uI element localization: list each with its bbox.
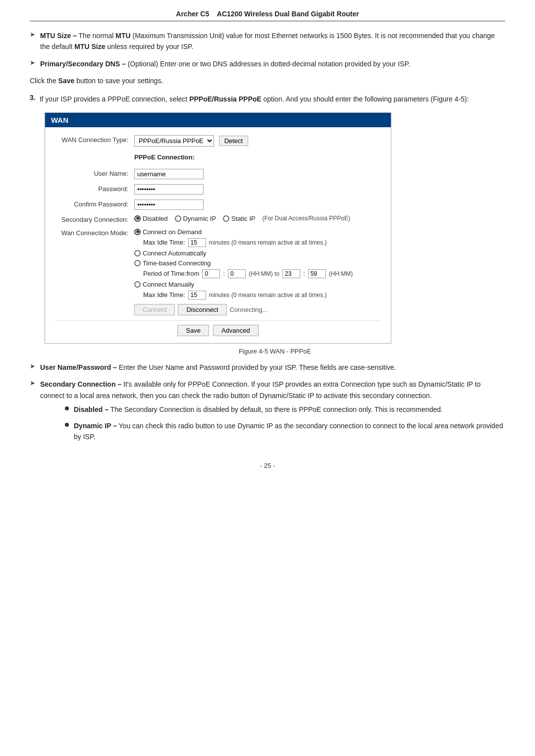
radio-manual-icon — [134, 281, 141, 288]
mode-options: Connect on Demand Max Idle Time: minutes… — [134, 228, 381, 315]
mode-manual-sub: Max Idle Time: minutes (0 means remain a… — [134, 291, 381, 300]
password-row: Password: — [55, 184, 381, 195]
time-to-min[interactable] — [308, 269, 326, 278]
secondary-connection-label: Secondary Connection: — [55, 215, 134, 223]
arrow-icon-dns: ➤ — [30, 59, 35, 66]
radio-static-icon — [223, 215, 229, 222]
disconnect-button[interactable]: Disconnect — [178, 304, 226, 315]
wan-connection-type-row: WAN Connection Type: PPPoE/Russia PPPoE … — [55, 135, 381, 147]
confirm-password-value — [134, 200, 381, 210]
mtu-text: MTU Size – The normal MTU (Maximum Trans… — [40, 30, 505, 52]
model-name: Archer C5 — [176, 10, 209, 18]
mode-manual-label: Connect Manually — [143, 281, 194, 288]
arrow-icon-mtu: ➤ — [30, 31, 35, 38]
userpass-text: User Name/Password – Enter the User Name… — [40, 362, 396, 373]
wan-bottom-buttons: Save Advanced — [55, 320, 381, 338]
page-number: - 25 - — [30, 462, 505, 469]
mode-demand-row: Connect on Demand — [134, 228, 381, 236]
page-header: Archer C5 AC1200 Wireless Dual Band Giga… — [30, 10, 505, 21]
password-label: Password: — [55, 184, 134, 193]
wan-body: WAN Connection Type: PPPoE/Russia PPPoE … — [45, 127, 391, 343]
secondary-static-label: Static IP — [231, 215, 255, 222]
save-button[interactable]: Save — [177, 325, 209, 336]
max-idle-input-2[interactable] — [188, 291, 206, 300]
colon-1: : — [223, 270, 225, 277]
dns-text: Primary/Secondary DNS – (Optional) Enter… — [40, 58, 410, 69]
max-idle-label-1: Max Idle Time: — [143, 239, 185, 246]
confirm-password-input[interactable] — [134, 200, 204, 210]
colon-2: : — [303, 270, 305, 277]
wan-type-select[interactable]: PPPoE/Russia PPPoE — [134, 135, 214, 147]
bullet-username-password: ➤ User Name/Password – Enter the User Na… — [30, 362, 505, 373]
mode-auto-option[interactable]: Connect Automatically — [134, 250, 207, 257]
pppoe-header-text: PPPoE Connection: — [134, 153, 381, 161]
secondary-static-option[interactable]: Static IP — [223, 215, 255, 222]
secondary-disabled-label: Disabled — [143, 215, 168, 222]
radio-auto-icon — [134, 250, 141, 256]
dot-icon-disabled — [65, 406, 69, 410]
wan-mode-row: Wan Connection Mode: Connect on Demand M… — [55, 228, 381, 315]
dynamic-sub-text: Dynamic IP – You can check this radio bu… — [74, 420, 505, 443]
username-value — [134, 169, 381, 179]
figure-caption: Figure 4-5 WAN - PPPoE — [45, 348, 505, 355]
save-instruction: Click the Save button to save your setti… — [30, 75, 505, 86]
radio-dynamic-icon — [175, 215, 181, 222]
confirm-password-row: Confirm Password: — [55, 200, 381, 210]
password-input[interactable] — [134, 184, 204, 195]
wan-title: WAN — [45, 113, 391, 127]
mode-timebased-label: Time-based Connecting — [143, 259, 211, 267]
mode-auto-label: Connect Automatically — [143, 250, 207, 257]
secondary-note: (For Dual Access/Russia PPPoE) — [262, 215, 350, 222]
disabled-sub-text: Disabled – The Secondary Connection is d… — [74, 404, 443, 415]
connecting-text: Connecting... — [230, 306, 268, 313]
sub-bullets: Disabled – The Secondary Connection is d… — [65, 404, 505, 442]
max-idle-note-1: minutes (0 means remain active at all ti… — [209, 239, 327, 246]
pppoe-section-row: PPPoE Connection: — [55, 151, 381, 164]
wan-box: WAN WAN Connection Type: PPPoE/Russia PP… — [45, 112, 391, 344]
secondary-connection-options: Disabled Dynamic IP Static IP (For Dual … — [134, 215, 381, 222]
username-label: User Name: — [55, 169, 134, 177]
mode-manual-row: Connect Manually — [134, 281, 381, 288]
numbered-item-3: 3. If your ISP provides a PPPoE connecti… — [30, 94, 505, 104]
mode-timebased-sub: Period of Time:from : (HH:MM) to : (HH:M… — [134, 269, 381, 278]
mode-demand-option[interactable]: Connect on Demand — [134, 228, 202, 236]
wan-connection-type-label: WAN Connection Type: — [55, 135, 134, 144]
arrow-icon-userpass: ➤ — [30, 362, 35, 370]
radio-disabled-icon — [134, 215, 141, 222]
time-to-hour[interactable] — [282, 269, 300, 278]
secondary-dynamic-option[interactable]: Dynamic IP — [175, 215, 216, 222]
bullet-mtu: ➤ MTU Size – The normal MTU (Maximum Tra… — [30, 30, 505, 52]
time-from-hour[interactable] — [202, 269, 220, 278]
advanced-button[interactable]: Advanced — [213, 325, 259, 336]
max-idle-note-2: minutes (0 means remain active at all ti… — [209, 292, 327, 299]
secondary-disabled-option[interactable]: Disabled — [134, 215, 168, 222]
mode-manual-option[interactable]: Connect Manually — [134, 281, 194, 288]
mode-timebased-option[interactable]: Time-based Connecting — [134, 259, 211, 267]
hhmm-label-to: (HH:MM) — [329, 270, 353, 277]
sub-bullet-disabled: Disabled – The Secondary Connection is d… — [65, 404, 505, 415]
sub-bullet-dynamic: Dynamic IP – You can check this radio bu… — [65, 420, 505, 443]
pppoe-section-label — [55, 151, 134, 152]
bullet-dns: ➤ Primary/Secondary DNS – (Optional) Ent… — [30, 58, 505, 69]
max-idle-input-1[interactable] — [188, 238, 206, 247]
time-from-min[interactable] — [228, 269, 246, 278]
period-label: Period of Time:from — [143, 270, 199, 277]
radio-timebased-icon — [134, 260, 141, 266]
secondary-dynamic-label: Dynamic IP — [183, 215, 216, 222]
username-input[interactable] — [134, 169, 204, 179]
secondary-radio-group: Disabled Dynamic IP Static IP (For Dual … — [134, 215, 381, 222]
secondary-text: Secondary Connection – It's available on… — [40, 380, 481, 399]
secondary-connection-row: Secondary Connection: Disabled Dynamic I… — [55, 215, 381, 223]
detect-button[interactable]: Detect — [219, 136, 249, 146]
number-label: 3. — [30, 94, 36, 101]
max-idle-label-2: Max Idle Time: — [143, 291, 185, 299]
mode-demand-sub: Max Idle Time: minutes (0 means remain a… — [134, 238, 381, 247]
connect-button[interactable]: Connect — [134, 304, 175, 315]
connect-buttons-row: Connect Disconnect Connecting... — [134, 304, 381, 315]
hhmm-label-from: (HH:MM) to — [249, 270, 279, 277]
radio-demand-icon — [134, 229, 141, 235]
password-value — [134, 184, 381, 195]
product-name: AC1200 Wireless Dual Band Gigabit Router — [217, 10, 359, 18]
numbered-text-3: If your ISP provides a PPPoE connection,… — [40, 94, 469, 104]
confirm-password-label: Confirm Password: — [55, 200, 134, 208]
